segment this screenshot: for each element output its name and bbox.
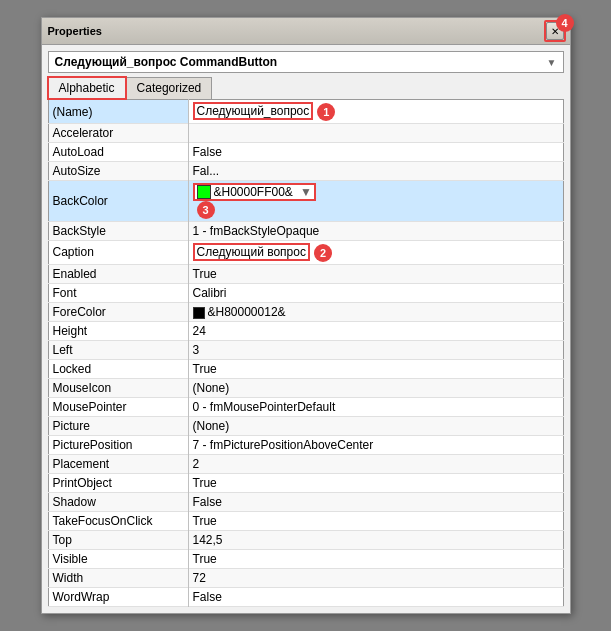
prop-value: (None) bbox=[188, 416, 563, 435]
prop-name: (Name) bbox=[48, 100, 188, 124]
prop-name: AutoLoad bbox=[48, 143, 188, 162]
prop-value: 1 - fmBackStyleOpaque bbox=[188, 222, 563, 241]
table-row[interactable]: Picture(None) bbox=[48, 416, 563, 435]
prop-value: False bbox=[188, 587, 563, 606]
prop-value: Следующий_вопрос1 bbox=[188, 100, 563, 124]
prop-name: Caption bbox=[48, 241, 188, 265]
prop-value: 24 bbox=[188, 321, 563, 340]
prop-name: Shadow bbox=[48, 492, 188, 511]
prop-value: False bbox=[188, 492, 563, 511]
tab-categorized-label: Categorized bbox=[137, 81, 202, 95]
table-row[interactable]: PicturePosition7 - fmPicturePositionAbov… bbox=[48, 435, 563, 454]
prop-name: MousePointer bbox=[48, 397, 188, 416]
prop-value: 2 bbox=[188, 454, 563, 473]
table-row[interactable]: BackColor&H0000FF00&▼3 bbox=[48, 181, 563, 222]
prop-name: Enabled bbox=[48, 264, 188, 283]
table-row[interactable]: ForeColor&H80000012& bbox=[48, 302, 563, 321]
table-row[interactable]: AutoLoadFalse bbox=[48, 143, 563, 162]
prop-name: PicturePosition bbox=[48, 435, 188, 454]
tab-alphabetic[interactable]: Alphabetic bbox=[48, 77, 126, 99]
prop-name: Locked bbox=[48, 359, 188, 378]
prop-value: Fal... bbox=[188, 162, 563, 181]
prop-value: Calibri bbox=[188, 283, 563, 302]
prop-name: BackColor bbox=[48, 181, 188, 222]
prop-value: 0 - fmMousePointerDefault bbox=[188, 397, 563, 416]
properties-window: Properties ✕ 4 Следующий_вопрос CommandB… bbox=[41, 17, 571, 614]
window-content: Следующий_вопрос CommandButton ▼ Alphabe… bbox=[42, 45, 570, 613]
table-row[interactable]: Placement2 bbox=[48, 454, 563, 473]
table-row[interactable]: Top142,5 bbox=[48, 530, 563, 549]
table-row[interactable]: CaptionСледующий вопрос2 bbox=[48, 241, 563, 265]
tabs-container: Alphabetic Categorized bbox=[48, 77, 564, 99]
prop-name: BackStyle bbox=[48, 222, 188, 241]
table-row[interactable]: EnabledTrue bbox=[48, 264, 563, 283]
prop-name: AutoSize bbox=[48, 162, 188, 181]
prop-value: True bbox=[188, 549, 563, 568]
prop-name: Height bbox=[48, 321, 188, 340]
prop-value: &H80000012& bbox=[188, 302, 563, 321]
prop-name: PrintObject bbox=[48, 473, 188, 492]
prop-name: Font bbox=[48, 283, 188, 302]
color-swatch bbox=[197, 185, 211, 199]
table-row[interactable]: LockedTrue bbox=[48, 359, 563, 378]
annotation-4: 4 bbox=[556, 14, 574, 32]
table-row[interactable]: MousePointer0 - fmMousePointerDefault bbox=[48, 397, 563, 416]
prop-value: Следующий вопрос2 bbox=[188, 241, 563, 265]
object-header-text: Следующий_вопрос CommandButton bbox=[55, 55, 278, 69]
table-row[interactable]: (Name)Следующий_вопрос1 bbox=[48, 100, 563, 124]
prop-value: 142,5 bbox=[188, 530, 563, 549]
prop-name: Left bbox=[48, 340, 188, 359]
table-row[interactable]: PrintObjectTrue bbox=[48, 473, 563, 492]
prop-name: Placement bbox=[48, 454, 188, 473]
prop-value: 7 - fmPicturePositionAboveCenter bbox=[188, 435, 563, 454]
prop-name: Picture bbox=[48, 416, 188, 435]
tab-alphabetic-label: Alphabetic bbox=[59, 81, 115, 95]
prop-value: 72 bbox=[188, 568, 563, 587]
prop-value: True bbox=[188, 264, 563, 283]
prop-value bbox=[188, 124, 563, 143]
prop-value: True bbox=[188, 359, 563, 378]
prop-value: (None) bbox=[188, 378, 563, 397]
prop-value: False bbox=[188, 143, 563, 162]
table-row[interactable]: BackStyle1 - fmBackStyleOpaque bbox=[48, 222, 563, 241]
table-row[interactable]: MouseIcon(None) bbox=[48, 378, 563, 397]
prop-value: 3 bbox=[188, 340, 563, 359]
prop-name: MouseIcon bbox=[48, 378, 188, 397]
prop-name: TakeFocusOnClick bbox=[48, 511, 188, 530]
properties-table: (Name)Следующий_вопрос1AcceleratorAutoLo… bbox=[48, 99, 564, 607]
table-row[interactable]: WordWrapFalse bbox=[48, 587, 563, 606]
object-header: Следующий_вопрос CommandButton ▼ bbox=[48, 51, 564, 73]
prop-value: &H0000FF00&▼3 bbox=[188, 181, 563, 222]
table-row[interactable]: VisibleTrue bbox=[48, 549, 563, 568]
table-row[interactable]: AutoSizeFal... bbox=[48, 162, 563, 181]
prop-value: True bbox=[188, 511, 563, 530]
prop-name: Accelerator bbox=[48, 124, 188, 143]
table-row[interactable]: Accelerator bbox=[48, 124, 563, 143]
table-row[interactable]: Left3 bbox=[48, 340, 563, 359]
title-bar: Properties ✕ 4 bbox=[42, 18, 570, 45]
table-row[interactable]: ShadowFalse bbox=[48, 492, 563, 511]
tab-categorized[interactable]: Categorized bbox=[126, 77, 213, 99]
prop-name: Top bbox=[48, 530, 188, 549]
prop-name: WordWrap bbox=[48, 587, 188, 606]
table-row[interactable]: TakeFocusOnClickTrue bbox=[48, 511, 563, 530]
table-row[interactable]: Height24 bbox=[48, 321, 563, 340]
prop-name: ForeColor bbox=[48, 302, 188, 321]
prop-name: Width bbox=[48, 568, 188, 587]
window-title: Properties bbox=[48, 25, 102, 37]
table-row[interactable]: FontCalibri bbox=[48, 283, 563, 302]
prop-name: Visible bbox=[48, 549, 188, 568]
object-dropdown-arrow[interactable]: ▼ bbox=[547, 57, 557, 68]
table-row[interactable]: Width72 bbox=[48, 568, 563, 587]
prop-value: True bbox=[188, 473, 563, 492]
